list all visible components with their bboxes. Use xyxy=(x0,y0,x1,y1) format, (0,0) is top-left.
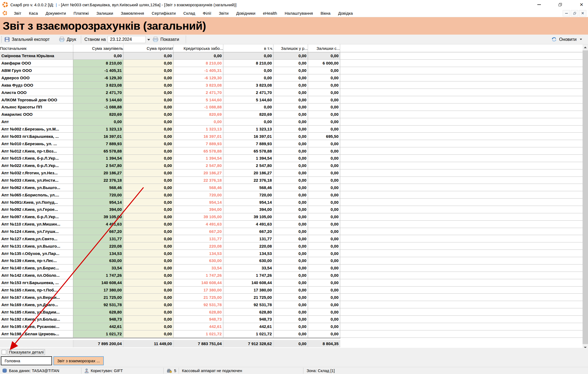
value-cell: 0,00 xyxy=(273,162,308,169)
menu-item-7[interactable]: Склад xyxy=(179,10,199,17)
column-header-2[interactable]: Сума проплат xyxy=(123,44,173,52)
table-row[interactable]: Апт №124 г.Киев, ул.Глушк...667,200,0066… xyxy=(0,228,583,235)
column-header-5[interactable]: Залишок у р... xyxy=(273,44,308,52)
table-row[interactable]: Апт №091г.Киев, ул.Попуд...954,140,00954… xyxy=(0,199,583,206)
mdi-close-button[interactable]: ✕ xyxy=(579,10,586,16)
menu-item-14[interactable]: Довідка xyxy=(334,10,357,17)
table-row[interactable]: Алиста ООО2 471,700,002 471,702 471,700,… xyxy=(0,89,583,96)
table-row[interactable]: Апт №153 пгт.Барышевка, ...140 608,440,0… xyxy=(0,279,583,287)
value-cell: 954,14 xyxy=(173,199,223,206)
menu-item-2[interactable]: Документи xyxy=(42,10,70,17)
value-cell: 0,00 xyxy=(173,52,223,59)
value-cell: 0,00 xyxy=(223,74,273,81)
table-row[interactable]: Апт №110 г.Киев, ул.Мишин...4 491,630,00… xyxy=(0,221,583,228)
menu-item-3[interactable]: Платежі xyxy=(70,10,93,17)
menu-item-0[interactable]: Звіт xyxy=(10,10,25,17)
table-row[interactable]: АЛКОМ Торговый дом ООО5 144,600,005 144,… xyxy=(0,96,583,104)
table-row[interactable]: Авефарм ООО8 210,000,008 210,008 210,000… xyxy=(0,60,583,67)
menu-item-11[interactable]: eHealth xyxy=(259,10,281,17)
table-row[interactable]: Апт №015 г.Киев, б-р.Л.Укр...1 394,540,0… xyxy=(0,155,583,162)
supplier-cell: Апт №153 пгт.Барышевка, ... xyxy=(0,279,73,286)
value-cell: 3 823,08 xyxy=(73,81,123,89)
table-row[interactable]: Адверсо ООО-6 129,300,00-6 129,300,000,0… xyxy=(0,74,583,82)
table-row[interactable]: Апт №198 г.Белая Церковь...1 021,720,001… xyxy=(0,330,583,338)
table-row[interactable]: Апт №185 г.Киев, ул.Вадим...628,800,0062… xyxy=(0,308,583,316)
export-button[interactable]: Загальний експорт xyxy=(4,35,50,44)
menu-item-6[interactable]: Сертифікати xyxy=(148,10,179,17)
close-button[interactable]: ✕ xyxy=(578,1,585,8)
table-row[interactable]: Апт №195 г.Киев, Русановс...442,610,0044… xyxy=(0,323,583,330)
menu-item-4[interactable]: Залишки xyxy=(93,10,117,17)
table-row[interactable]: Апт №192 г.Киев, ул.Больш...948,730,0094… xyxy=(0,316,583,323)
table-row[interactable]: Апт №097 г.Киев, б-р.Л.Укр...39 105,000,… xyxy=(0,213,583,221)
refresh-dropdown-icon[interactable] xyxy=(580,39,582,40)
table-row[interactable]: Апт №165 г.Киев, пр-т.Поб...17 380,000,0… xyxy=(0,287,583,294)
table-row[interactable]: АВМ Груп ООО-1 405,310,00-1 405,310,000,… xyxy=(0,67,583,74)
column-header-3[interactable]: Кредиторська забо... xyxy=(173,44,223,52)
value-cell: 92 531,78 xyxy=(73,301,123,308)
minimize-button[interactable] xyxy=(535,1,543,8)
table-row[interactable]: Апт №003 пгт.Барышевка, ...16 397,010,00… xyxy=(0,133,583,140)
table-row[interactable]: Апт №169 г.Киев, ул.Драго...92 531,780,0… xyxy=(0,301,583,308)
menu-item-5[interactable]: Замовлення xyxy=(117,10,148,17)
value-cell: 4 491,63 xyxy=(223,221,273,228)
vertical-scrollbar[interactable] xyxy=(583,44,588,350)
table-row[interactable]: Апт №010 г.Березань, ул. ...7 889,930,00… xyxy=(0,140,583,147)
table-row[interactable]: Апт №131 г.Киев, ул.Вышго...220,080,0022… xyxy=(0,242,583,250)
value-cell: 630,00 xyxy=(223,257,273,264)
supplier-cell: Альянс Красоты ПП xyxy=(0,104,73,111)
value-cell: 0,00 xyxy=(123,177,173,184)
print-button[interactable]: Друк xyxy=(59,35,76,44)
table-row[interactable]: Апт №033 г.Киев, ул.Инсти...22 376,180,0… xyxy=(0,177,583,184)
table-row[interactable]: Апт №062 г.Киев, ул.Вышго...568,460,0056… xyxy=(0,184,583,191)
toolbar-grip[interactable] xyxy=(1,36,2,43)
table-row[interactable]: Амарилис ООО820,690,00820,69820,690,000,… xyxy=(0,111,583,118)
show-details-checkbox[interactable]: Показувати деталі xyxy=(2,349,45,355)
refresh-button[interactable]: Оновити xyxy=(551,35,582,44)
table-row[interactable]: Апт №012 г.Киев, пр-т.Воз...65 578,880,0… xyxy=(0,147,583,155)
table-row[interactable]: Смірнова Тетяна Юрьївна0,000,000,000,000… xyxy=(0,52,583,60)
tab-report[interactable]: Звіт з взаеморозрах ... xyxy=(53,356,104,365)
table-row[interactable]: Апт №127 г.Киев,ул.Свято...131,770,00131… xyxy=(0,235,583,242)
mdi-restore-button[interactable] xyxy=(571,10,578,16)
date-dropdown-icon[interactable] xyxy=(147,39,150,41)
column-header-6[interactable]: Залишки с... xyxy=(308,44,340,52)
menu-item-8[interactable]: Філії xyxy=(199,10,215,17)
scroll-up-icon[interactable] xyxy=(583,44,588,50)
menu-item-1[interactable]: Каса xyxy=(25,10,42,17)
menu-item-12[interactable]: Налаштування xyxy=(281,10,317,17)
table-row[interactable]: Апт №002 г.Березань, ул.М...1 323,130,00… xyxy=(0,126,583,133)
table-row[interactable]: Апт №032 г.Яготин, ул.Нез...20 186,270,0… xyxy=(0,169,583,177)
tab-holovna[interactable]: Головна xyxy=(1,356,52,365)
table-row[interactable]: Апт №022 г.Киев, б-р.Л.Укр...2 547,800,0… xyxy=(0,162,583,169)
column-header-1[interactable]: Сума закупівель xyxy=(73,44,123,52)
table-row[interactable]: Апт №139 г.Киев, пр-т.Лес...630,000,0063… xyxy=(0,257,583,264)
table-row[interactable]: Апт №092 г.Киев, ул.Герое...394,000,0039… xyxy=(0,206,583,213)
table-row[interactable]: Апт №135 г.Обухов, ул.Пар...134,530,0013… xyxy=(0,250,583,257)
value-cell: 628,80 xyxy=(73,308,123,315)
table-row[interactable]: Апт №167 г.Киев, ул.Верши...21 725,000,0… xyxy=(0,294,583,301)
table-row[interactable]: Апт0,000,000,000,000,000,00 xyxy=(0,118,583,126)
menu-item-13[interactable]: Вікна xyxy=(317,10,334,17)
table-row[interactable]: Апт №142 г.Киев, пл.Оболо...1 747,260,00… xyxy=(0,272,583,279)
value-cell: 0,00 xyxy=(273,104,308,111)
table-row[interactable]: Апт №140 г.Киев, ул.Борис...33,540,0033,… xyxy=(0,264,583,272)
checkbox-box[interactable] xyxy=(2,350,6,354)
restore-button[interactable] xyxy=(556,1,564,8)
table-row[interactable]: Аква Фудз ООО3 823,080,003 823,083 823,0… xyxy=(0,81,583,89)
scrollbar-thumb[interactable] xyxy=(583,50,588,344)
value-cell: 1 747,26 xyxy=(73,272,123,279)
table-row[interactable]: Альянс Красоты ПП-1 088,880,00-1 088,880… xyxy=(0,104,583,111)
menu-item-9[interactable]: Звіти xyxy=(215,10,233,17)
mdi-minimize-button[interactable] xyxy=(563,10,570,16)
column-header-0[interactable]: Постачальник xyxy=(0,44,73,52)
menu-item-10[interactable]: Довідники xyxy=(232,10,259,17)
report-date-picker[interactable]: 23.12.2024 xyxy=(108,35,146,44)
show-button[interactable]: Показати xyxy=(153,35,179,44)
column-header-4[interactable]: в т.ч. xyxy=(223,44,273,52)
value-cell: 1 747,26 xyxy=(173,272,223,279)
table-row[interactable]: Апт №065 г.Борисполь, ул....720,000,0072… xyxy=(0,191,583,199)
value-cell: 667,20 xyxy=(73,228,123,235)
value-cell: 0,00 xyxy=(123,301,173,308)
value-cell: 1 394,54 xyxy=(173,155,223,162)
